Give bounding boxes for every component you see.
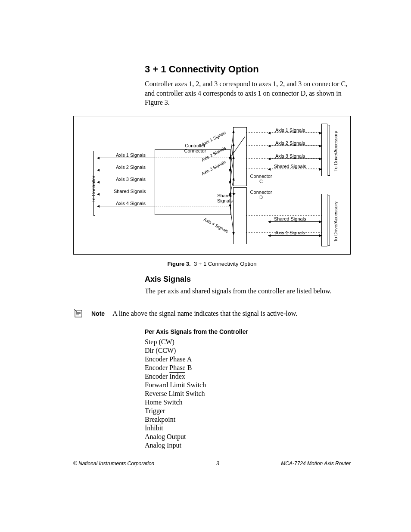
- drive-top-block: [321, 124, 327, 176]
- rtop-label-4: Shared Signals: [274, 164, 306, 169]
- left-bracket: [93, 151, 94, 215]
- shared-mid-label: SharedSignals: [214, 193, 236, 203]
- footer-left: © National Instruments Corporation: [73, 460, 154, 467]
- left-signal-2: Axis 2 Signals: [116, 165, 146, 170]
- note-text: A line above the signal name indicates t…: [112, 310, 351, 317]
- left-arrow-4: [97, 194, 155, 194]
- page: 3 + 1 Connectivity Option Controller axe…: [0, 0, 411, 532]
- left-arrow-3: [97, 182, 155, 182]
- rtop-label-2: Axis 2 Signals: [275, 140, 305, 146]
- main-content: 3 + 1 Connectivity Option Controller axe…: [145, 0, 351, 107]
- connector-d-label: ConnectorD: [248, 190, 274, 200]
- left-signal-3: Axis 3 Signals: [116, 177, 146, 182]
- rbot-label-2: Axis 1 Signals: [275, 230, 305, 235]
- signal-item: Home Switch: [145, 398, 351, 407]
- figure-caption-text: 3 + 1 Connectivity Option: [194, 261, 257, 267]
- left-signal-4: Shared Signals: [114, 189, 146, 194]
- page-footer: © National Instruments Corporation 3 MCA…: [73, 460, 351, 467]
- rbot-label-1: Shared Signals: [274, 216, 306, 221]
- figure-caption-label: Figure 3.: [167, 261, 190, 267]
- rtop-label-1: Axis 1 Signals: [275, 128, 305, 133]
- rtop-arrow-3: [268, 159, 321, 159]
- signals-content: Per Axis Signals from the Controller Ste…: [145, 328, 351, 450]
- rtop-arrow-4: [268, 169, 321, 169]
- to-drive-top-label: To Drive/Accessory: [333, 131, 338, 171]
- left-signal-5: Axis 4 Signals: [116, 201, 146, 206]
- left-arrow-2: [97, 170, 155, 170]
- controller-connector-block: [155, 149, 231, 215]
- left-arrow-1: [97, 158, 155, 158]
- signal-item: Breakpoint: [145, 415, 351, 424]
- signal-item: Analog Output: [145, 432, 351, 441]
- signals-title: Per Axis Signals from the Controller: [145, 328, 351, 335]
- to-drive-bot-label: To Drive/Accessory: [333, 202, 338, 242]
- footer-right: MCA-7724 Motion Axis Router: [281, 460, 351, 467]
- left-signal-1: Axis 1 Signals: [116, 152, 146, 158]
- note-label: Note: [91, 310, 105, 317]
- signal-item: Analog Input: [145, 441, 351, 450]
- subsection-title: Axis Signals: [145, 275, 351, 284]
- figure-3: To Controller ControllerConnector Axis 1…: [73, 116, 351, 267]
- rbot-arrow-2: [268, 235, 321, 236]
- left-arrow-5: [97, 206, 155, 206]
- rtop-arrow-2: [268, 146, 321, 146]
- rtop-arrow-1: [268, 133, 321, 133]
- section-title: 3 + 1 Connectivity Option: [145, 64, 351, 75]
- diag-label-1: Axis 1 Signals: [201, 130, 227, 147]
- signal-item: Encoder Index: [145, 372, 351, 381]
- note-row: Note A line above the signal name indica…: [73, 308, 351, 319]
- drive-bot-block: [321, 194, 327, 246]
- connector-c-label: ConnectorC: [248, 174, 274, 184]
- figure-box: To Controller ControllerConnector Axis 1…: [73, 116, 351, 255]
- subsection-paragraph: The per axis and shared signals from the…: [145, 286, 351, 296]
- signal-item: Encoder Phase B: [145, 364, 351, 372]
- signal-item: Dir (CCW): [145, 346, 351, 355]
- rbot-arrow-1: [268, 221, 321, 222]
- figure-caption: Figure 3. 3 + 1 Connectivity Option: [73, 261, 351, 267]
- signal-list: Step (CW)Dir (CCW)Encoder Phase AEncoder…: [145, 338, 351, 450]
- rtop-label-3: Axis 3 Signals: [275, 153, 305, 159]
- signal-item: Inhibit: [145, 424, 351, 432]
- signal-item: Forward Limit Switch: [145, 381, 351, 389]
- signal-item: Reverse Limit Switch: [145, 389, 351, 398]
- signal-item: Trigger: [145, 407, 351, 415]
- subsection-content: Axis Signals The per axis and shared sig…: [145, 275, 351, 296]
- signal-item: Step (CW): [145, 338, 351, 346]
- diag-label-4: Axis 4 Signals: [203, 217, 229, 233]
- footer-page-number: 3: [216, 460, 219, 467]
- note-icon: [73, 308, 84, 319]
- connector-c-block: [233, 127, 247, 186]
- section-paragraph: Controller axes 1, 2, and 3 correspond t…: [145, 79, 351, 107]
- signal-item: Encoder Phase A: [145, 355, 351, 364]
